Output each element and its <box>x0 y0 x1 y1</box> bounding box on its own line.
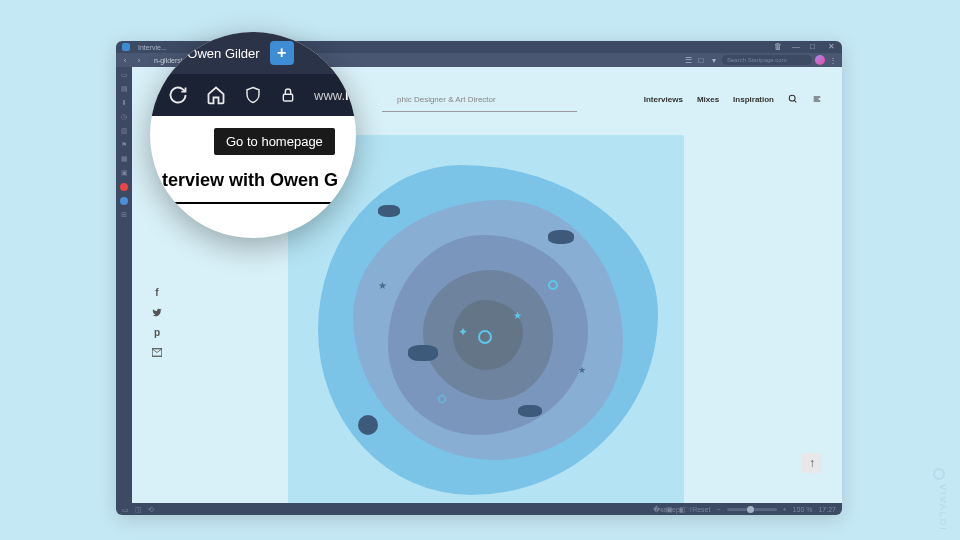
shield-icon[interactable] <box>244 86 262 104</box>
trash-icon[interactable]: 🗑 <box>774 43 782 51</box>
vivaldi-icon[interactable] <box>122 43 130 51</box>
search-icon[interactable] <box>788 94 798 104</box>
reader-icon[interactable]: ☰ <box>683 55 693 65</box>
translate-icon[interactable]: ⚑ <box>120 141 128 149</box>
header-divider <box>382 111 577 112</box>
zoom-out[interactable]: − <box>716 506 720 513</box>
window-icon[interactable]: ▦ <box>120 155 128 163</box>
nav-inspiration[interactable]: Inspiration <box>733 95 774 104</box>
reload-button[interactable] <box>168 85 188 105</box>
maximize-button[interactable]: □ <box>810 43 818 51</box>
svg-point-0 <box>789 95 795 101</box>
magnified-toolbar: www.lo <box>150 74 356 116</box>
zoom-value: 100 % <box>793 506 813 513</box>
side-panel: ▭ ▤ ⬇ ◷ ▥ ⚑ ▦ ▣ ⊞ <box>116 67 132 503</box>
search-input[interactable]: Search Startpage.com <box>722 55 812 65</box>
zoom-slider[interactable] <box>727 508 777 511</box>
home-button[interactable] <box>206 85 226 105</box>
panel-toggle-icon[interactable]: ▭ <box>122 506 129 513</box>
new-tab-button[interactable]: + <box>270 41 294 65</box>
email-icon[interactable] <box>152 347 162 357</box>
site-nav: Interviews Mixes Inspiration <box>644 94 822 104</box>
twitter-icon[interactable] <box>152 307 162 317</box>
vivaldi-watermark: VIVALDI <box>938 484 948 532</box>
capture-icon[interactable]: �камераा <box>653 506 660 513</box>
scroll-top-button[interactable]: ↑ <box>802 453 822 473</box>
reading-list-icon[interactable]: ▤ <box>120 85 128 93</box>
vivaldi-logo-icon <box>933 468 945 480</box>
tiling-icon[interactable]: ◫ <box>135 506 142 513</box>
break-icon[interactable]: ◧ <box>679 506 686 513</box>
magnified-divider <box>162 202 356 204</box>
statusbar: ▭ ◫ ⟲ �камераा ▣ ◧ Reset − + 100 % 17:27 <box>116 503 842 515</box>
downloads-icon[interactable]: ⬇ <box>120 99 128 107</box>
notes-icon[interactable]: ▥ <box>120 127 128 135</box>
magnified-heading: terview with Owen G <box>162 170 338 191</box>
facebook-icon[interactable]: f <box>152 287 162 297</box>
svg-rect-6 <box>283 94 292 101</box>
nav-mixes[interactable]: Mixes <box>697 95 719 104</box>
zoom-in[interactable]: + <box>783 506 787 513</box>
hero-image: ✦ ★ ★ ★ <box>288 135 684 503</box>
back-button[interactable]: ‹ <box>120 55 130 65</box>
bookmark-icon[interactable]: □ <box>696 55 706 65</box>
profile-avatar[interactable] <box>815 55 825 65</box>
web-panel-blue-icon[interactable] <box>120 197 128 205</box>
menu-icon[interactable] <box>812 94 822 104</box>
magnifier-callout: ith Owen Gilder + www.lo Go to homepage … <box>150 32 356 238</box>
tab-title[interactable]: Intervie... <box>138 44 167 51</box>
bookmarks-icon[interactable]: ▭ <box>120 71 128 79</box>
add-panel-icon[interactable]: ⊞ <box>120 211 128 219</box>
forward-button[interactable]: › <box>134 55 144 65</box>
lock-icon[interactable] <box>280 87 296 103</box>
sync-icon[interactable]: ⟲ <box>148 506 155 513</box>
close-button[interactable]: ✕ <box>828 43 836 51</box>
calendar-icon[interactable]: ▣ <box>120 169 128 177</box>
zoom-reset[interactable]: Reset <box>692 506 710 513</box>
history-icon[interactable]: ◷ <box>120 113 128 121</box>
home-tooltip: Go to homepage <box>214 128 335 155</box>
images-icon[interactable]: ▣ <box>666 506 673 513</box>
social-share: f p <box>152 287 162 357</box>
qr-icon[interactable]: ▾ <box>709 55 719 65</box>
clock: 17:27 <box>818 506 836 513</box>
extensions-icon[interactable]: ⋮ <box>828 55 838 65</box>
window-controls: 🗑 — □ ✕ <box>774 43 836 51</box>
minimize-button[interactable]: — <box>792 43 800 51</box>
web-panel-red-icon[interactable] <box>120 183 128 191</box>
svg-line-1 <box>794 100 796 102</box>
pinterest-icon[interactable]: p <box>152 327 162 337</box>
page-subtitle: phic Designer & Art Director <box>397 95 496 104</box>
nav-interviews[interactable]: Interviews <box>644 95 683 104</box>
